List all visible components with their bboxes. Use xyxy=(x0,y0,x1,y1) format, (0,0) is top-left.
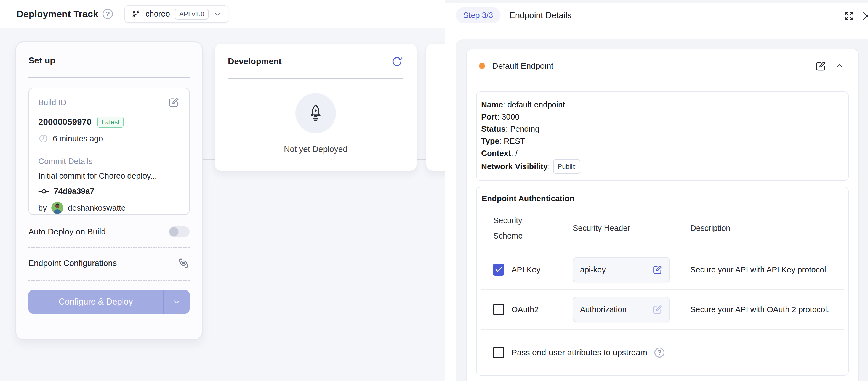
endpoint-details-box: Name: default-endpoint Port: 3000 Status… xyxy=(476,91,849,181)
endpoint-detail-row: Context: / xyxy=(481,147,840,159)
pass-attributes-row: Pass end-user attributes to upstream ? xyxy=(481,330,844,376)
refresh-icon[interactable] xyxy=(391,55,403,68)
build-details-card: Build ID 20000059970 Latest 6 xyxy=(28,88,190,215)
setup-card: Set up Build ID 20000059970 Latest xyxy=(16,41,203,340)
endpoint-configurations-label: Endpoint Configurations xyxy=(28,258,117,268)
view-configurations-icon[interactable] xyxy=(177,257,190,269)
chevron-up-icon[interactable] xyxy=(835,61,844,71)
endpoint-detail-row: Port: 3000 xyxy=(481,111,840,123)
api-key-header-input[interactable]: api-key xyxy=(573,257,670,283)
card-connector xyxy=(203,159,215,159)
api-key-description: Secure your API with API Key protocol. xyxy=(690,265,844,274)
auto-deploy-toggle[interactable] xyxy=(168,226,190,237)
oauth2-label: OAuth2 xyxy=(512,305,538,314)
development-card: Development Not yet Depl xyxy=(215,43,416,171)
endpoint-detail-row: Name: default-endpoint xyxy=(481,98,840,111)
divider xyxy=(28,77,190,78)
endpoints-container: Default Endpoint xyxy=(456,39,868,381)
toggle-knob xyxy=(169,227,178,236)
build-time: 6 minutes ago xyxy=(53,134,103,143)
oauth2-checkbox[interactable] xyxy=(493,304,504,315)
deployment-canvas: Set up Build ID 20000059970 Latest xyxy=(0,29,445,381)
edit-header-icon[interactable] xyxy=(652,264,663,275)
dashed-divider xyxy=(28,247,190,248)
page-title: Deployment Track xyxy=(17,8,98,19)
avatar xyxy=(51,202,63,214)
close-icon[interactable] xyxy=(861,10,868,22)
edit-endpoint-icon[interactable] xyxy=(815,60,827,72)
column-security-scheme: Security Scheme xyxy=(481,213,536,243)
api-version-badge: API v1.0 xyxy=(175,8,209,20)
commit-details-label: Commit Details xyxy=(38,157,180,166)
endpoint-details-panel: Step 3/3 Endpoint Details Default Endpoi… xyxy=(445,0,868,381)
commit-by-label: by xyxy=(38,203,47,213)
column-description: Description xyxy=(690,224,844,233)
deployment-status-text: Not yet Deployed xyxy=(228,144,403,154)
pass-attributes-checkbox[interactable] xyxy=(493,347,504,358)
development-title: Development xyxy=(228,57,282,66)
commit-icon xyxy=(38,188,50,195)
step-badge: Step 3/3 xyxy=(456,7,500,24)
auth-row-api-key: API Key api-key xyxy=(481,250,844,289)
endpoint-title: Default Endpoint xyxy=(492,61,815,71)
deployment-track-selector[interactable]: choreo API v1.0 xyxy=(124,5,228,23)
configure-deploy-button[interactable]: Configure & Deploy xyxy=(28,290,190,314)
card-connector xyxy=(416,159,427,159)
rocket-badge xyxy=(296,93,336,134)
help-icon[interactable]: ? xyxy=(654,348,664,357)
rocket-icon xyxy=(305,102,327,124)
oauth2-header-input[interactable]: Authorization xyxy=(573,297,670,322)
commit-hash[interactable]: 74d9a39a7 xyxy=(54,187,94,196)
endpoint-status-dot xyxy=(479,63,485,69)
endpoint-detail-row: Network Visibility:Public xyxy=(481,159,840,174)
panel-title: Endpoint Details xyxy=(509,10,572,21)
expand-icon[interactable] xyxy=(844,10,855,22)
endpoint-authentication-title: Endpoint Authentication xyxy=(481,194,844,203)
chevron-down-icon xyxy=(214,10,221,18)
auth-table-header: Security Scheme Security Header Descript… xyxy=(481,213,844,243)
divider xyxy=(228,78,403,79)
deploy-options-dropdown[interactable] xyxy=(163,290,190,314)
dashed-divider xyxy=(28,280,190,281)
commit-author[interactable]: deshankoswatte xyxy=(68,203,126,213)
default-endpoint-accordion: Default Endpoint xyxy=(466,49,859,381)
commit-message: Initial commit for Choreo deploy... xyxy=(38,171,180,181)
edit-header-icon[interactable] xyxy=(652,304,663,315)
panel-top-strip xyxy=(445,0,868,3)
help-icon[interactable]: ? xyxy=(103,9,113,19)
pass-attributes-label: Pass end-user attributes to upstream xyxy=(512,348,647,357)
panel-header: Step 3/3 Endpoint Details xyxy=(445,3,868,28)
build-id-value: 20000059970 xyxy=(38,117,92,127)
edit-build-icon[interactable] xyxy=(168,97,180,108)
endpoint-authentication-box: Endpoint Authentication Security Scheme … xyxy=(476,187,849,376)
api-key-checkbox[interactable] xyxy=(493,264,504,275)
network-visibility-badge: Public xyxy=(553,159,580,174)
column-security-header: Security Header xyxy=(573,224,690,233)
top-bar: Deployment Track ? choreo API v1.0 xyxy=(0,0,445,28)
build-id-label: Build ID xyxy=(38,98,66,107)
endpoint-detail-row: Status: Pending xyxy=(481,123,840,135)
endpoint-accordion-body: Name: default-endpoint Port: 3000 Status… xyxy=(467,83,858,381)
oauth2-description: Secure your API with OAuth 2 protocol. xyxy=(690,305,844,314)
endpoint-accordion-header[interactable]: Default Endpoint xyxy=(467,50,858,83)
panel-body: Default Endpoint xyxy=(445,39,868,381)
clock-icon xyxy=(38,134,48,144)
auth-row-oauth2: OAuth2 Authorization xyxy=(481,290,844,329)
track-name: choreo xyxy=(146,9,170,19)
configure-deploy-label: Configure & Deploy xyxy=(28,297,163,307)
api-key-label: API Key xyxy=(512,265,540,274)
git-branch-icon xyxy=(132,10,141,19)
auto-deploy-label: Auto Deploy on Build xyxy=(28,227,106,236)
setup-card-title: Set up xyxy=(28,56,190,66)
latest-badge: Latest xyxy=(97,117,124,127)
endpoint-detail-row: Type: REST xyxy=(481,135,840,147)
